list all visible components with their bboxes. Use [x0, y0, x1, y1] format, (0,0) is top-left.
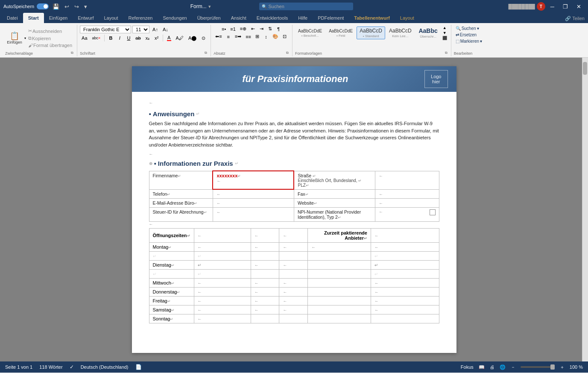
- style-standard[interactable]: AaBbCcD • Standard: [357, 26, 385, 39]
- freitag-value[interactable]: ←: [194, 297, 251, 305]
- sort-button[interactable]: ⇅: [266, 26, 274, 32]
- tab-layout[interactable]: Layout: [99, 13, 123, 23]
- italic-button[interactable]: I: [116, 35, 123, 41]
- track-icon[interactable]: 📄: [135, 364, 142, 370]
- increase-font-button[interactable]: A↑: [151, 26, 160, 32]
- samstag-value[interactable]: ←: [194, 305, 251, 314]
- strasse-value-cell[interactable]: ←: [375, 171, 439, 189]
- dienstag-value[interactable]: ↵: [194, 261, 251, 270]
- donnerstag-provider1[interactable]: [308, 288, 371, 297]
- hours-col2[interactable]: ←: [194, 229, 251, 243]
- paste-button[interactable]: 📋 Einfügen: [5, 31, 24, 45]
- montag-col4[interactable]: ←: [279, 243, 308, 252]
- tab-pdfelement[interactable]: PDFelement: [313, 13, 349, 23]
- clipboard-expand-icon[interactable]: ⧉: [71, 51, 73, 55]
- justify-button[interactable]: ≡≡: [244, 33, 253, 40]
- close-button[interactable]: ✕: [573, 3, 585, 11]
- style-ueberschr[interactable]: AaBbc Überschr...: [415, 26, 441, 40]
- focus-label[interactable]: Fokus: [461, 364, 474, 370]
- styles-scroll-down[interactable]: ▼: [442, 31, 448, 35]
- decrease-font-button[interactable]: A↓: [161, 26, 170, 32]
- share-button[interactable]: 🔗 Teilen: [565, 16, 585, 21]
- more-icon[interactable]: ▾: [83, 3, 88, 11]
- underline-button[interactable]: U: [125, 35, 132, 41]
- dienstag-provider1[interactable]: [308, 261, 371, 270]
- email-value-cell[interactable]: ←: [213, 199, 294, 208]
- donnerstag-value[interactable]: ←: [194, 288, 251, 297]
- tab-start[interactable]: Start: [23, 13, 44, 23]
- website-value-cell[interactable]: ←: [375, 199, 439, 208]
- highlight-button[interactable]: A🖊: [174, 35, 185, 41]
- save-icon[interactable]: 💾: [51, 3, 61, 11]
- style-feld[interactable]: AaBbCcDdE • Feld: [326, 27, 356, 39]
- font-name-select[interactable]: Franklin Gothic E: [80, 26, 131, 33]
- redo-icon[interactable]: ↪: [73, 3, 80, 11]
- multilevel-button[interactable]: ≡⊕: [238, 26, 248, 32]
- telefon-value-cell[interactable]: ←: [213, 189, 294, 199]
- mittwoch-provider1[interactable]: [308, 279, 371, 288]
- fax-value-cell[interactable]: ←: [375, 189, 439, 199]
- table-move-handle[interactable]: ⊕: [149, 161, 152, 166]
- align-right-button[interactable]: ≡➡: [233, 33, 243, 40]
- clear-format-button[interactable]: abc×: [91, 35, 102, 41]
- tab-tabellenentwurf[interactable]: Tabellenentwurf: [349, 13, 395, 23]
- sonntag-value[interactable]: ←: [194, 314, 251, 323]
- samstag-provider1[interactable]: [308, 305, 371, 314]
- tab-hilfe[interactable]: Hilfe: [293, 13, 313, 23]
- montag-provider2[interactable]: ←: [371, 243, 439, 252]
- styles-expand[interactable]: ⬛: [442, 36, 448, 40]
- language-check-icon[interactable]: ✓: [70, 364, 74, 370]
- scrollbar-track[interactable]: [582, 58, 588, 361]
- borders-button[interactable]: ⊡: [281, 33, 289, 40]
- hours-col3[interactable]: ←: [251, 229, 279, 243]
- zoom-bar[interactable]: [521, 366, 555, 368]
- tab-entwicklertools[interactable]: Entwicklertools: [252, 13, 293, 23]
- mittwoch-value[interactable]: ←: [194, 279, 251, 288]
- samstag-provider2[interactable]: ←: [371, 305, 439, 314]
- freitag-col3[interactable]: ←: [251, 297, 279, 305]
- paste-dropdown-icon[interactable]: ▾: [24, 36, 26, 40]
- hours-col4[interactable]: ←: [279, 229, 308, 243]
- montag-value[interactable]: ←: [194, 243, 251, 252]
- align-center-button[interactable]: ≡: [225, 33, 232, 40]
- view-print-icon[interactable]: 🖨: [490, 364, 494, 370]
- bold-button[interactable]: B: [107, 35, 114, 41]
- style-keinlee[interactable]: AaBbCcD Kein Lee...: [386, 26, 415, 39]
- dienstag-provider2[interactable]: ↵: [371, 261, 439, 270]
- bullets-button[interactable]: ≡•: [220, 26, 228, 32]
- line-spacing-button[interactable]: ↕: [262, 33, 270, 40]
- npi-checkbox[interactable]: [430, 209, 436, 215]
- tab-ansicht[interactable]: Ansicht: [226, 13, 252, 23]
- steuer-value-cell[interactable]: ←: [213, 208, 294, 222]
- document-area[interactable]: für Praxisinformationen Logohier ← Anwei…: [0, 58, 588, 361]
- firmenname-value-cell[interactable]: xxxxxxxx↵ ←: [213, 171, 294, 189]
- donnerstag-provider2[interactable]: ←: [371, 288, 439, 297]
- restore-button[interactable]: ❐: [559, 3, 571, 11]
- align-left-button[interactable]: ⬅≡: [214, 33, 223, 40]
- cut-button[interactable]: ✂ Ausschneiden: [27, 28, 73, 34]
- minimize-button[interactable]: ─: [547, 3, 558, 11]
- strikethrough-button[interactable]: ab: [134, 35, 142, 41]
- columns-button[interactable]: ⊞: [254, 33, 261, 40]
- copy-button[interactable]: ⧉ Kopieren: [27, 35, 73, 41]
- view-read-icon[interactable]: 📖: [479, 364, 485, 370]
- samstag-col4[interactable]: ←: [279, 305, 308, 314]
- view-web-icon[interactable]: 🌐: [500, 364, 506, 370]
- subscript-button[interactable]: x₂: [144, 35, 152, 41]
- zoom-in-icon[interactable]: ＋: [560, 364, 565, 370]
- mittwoch-provider2[interactable]: ←: [371, 279, 439, 288]
- mittwoch-col3[interactable]: ←: [251, 279, 279, 288]
- tab-datei[interactable]: Datei: [2, 13, 23, 23]
- tab-entwurf[interactable]: Entwurf: [73, 13, 99, 23]
- freitag-provider2[interactable]: ←: [371, 297, 439, 305]
- tab-einfuegen[interactable]: Einfügen: [44, 13, 73, 23]
- montag-col3[interactable]: ←: [251, 243, 279, 252]
- font-size-select[interactable]: 11: [132, 26, 149, 33]
- tab-layout2[interactable]: Layout: [395, 13, 419, 23]
- providers-value-cell[interactable]: ←: [371, 229, 439, 243]
- pilcrow-button[interactable]: ¶: [275, 26, 282, 32]
- format-button[interactable]: 🖌 Format übertragen: [27, 42, 73, 48]
- select-button[interactable]: ⬚ Markieren ▾: [454, 38, 484, 44]
- style-beschrift[interactable]: AaBbCcDdE • Beschrif...: [295, 27, 325, 39]
- styles-scroll-up[interactable]: ▲: [442, 26, 448, 30]
